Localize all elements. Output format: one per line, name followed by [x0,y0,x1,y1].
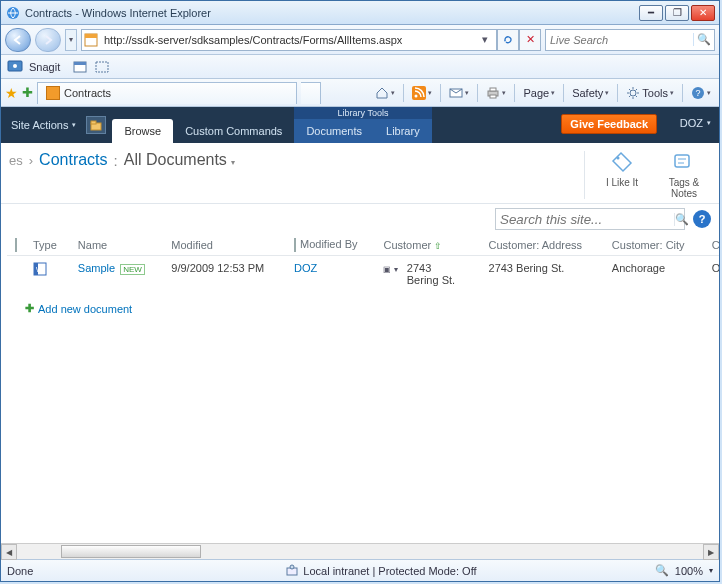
browser-search-input[interactable] [546,34,693,46]
separator [617,84,618,102]
gear-icon [626,86,640,100]
col-type[interactable]: Type [25,234,70,256]
snagit-icon [7,59,23,75]
col-customer-extra[interactable]: Custom [704,234,719,256]
nav-history-dropdown[interactable]: ▾ [65,29,77,51]
search-row: 🔍 ? [1,204,719,234]
snagit-window-icon[interactable] [72,59,88,75]
page-menu[interactable]: Page▾ [519,82,559,104]
horizontal-scrollbar[interactable]: ◀ ▶ [1,543,719,559]
back-button[interactable] [5,28,31,52]
mail-button[interactable]: ▾ [445,82,473,104]
give-feedback-button[interactable]: Give Feedback [561,114,657,134]
tag-like-icon [610,151,634,175]
browser-tab-active[interactable]: Contracts [37,82,297,104]
site-actions-menu[interactable]: Site Actions ▾ [1,119,86,131]
forward-button[interactable] [35,28,61,52]
user-menu[interactable]: DOZ ▾ [680,117,711,129]
doc-name-link[interactable]: Sample [78,262,115,274]
close-button[interactable]: ✕ [691,5,715,21]
cell-modified-by[interactable]: DOZ [294,262,317,274]
tags-notes-button[interactable]: Tags & Notes [657,151,711,199]
scroll-thumb[interactable] [61,545,201,558]
tags-notes-icon [672,151,696,175]
rss-icon [412,86,426,100]
sort-asc-icon: ⇧ [434,241,442,251]
browser-search-box[interactable]: 🔍 [545,29,715,51]
window-title: Contracts - Windows Internet Explorer [25,7,639,19]
document-list-wrap: Type Name Modified Modified By Customer … [1,234,719,543]
url-input[interactable] [102,33,472,47]
col-customer-address[interactable]: Customer: Address [481,234,604,256]
cell-customer-city: Anchorage [604,256,704,293]
help-button[interactable]: ?▾ [687,82,715,104]
url-bar[interactable]: ▾ [81,29,497,51]
help-icon: ? [691,86,705,100]
svg-rect-20 [675,155,689,167]
col-customer[interactable]: Customer ⇧ [375,234,480,256]
col-modified-by[interactable]: Modified By [286,234,375,256]
mail-icon [449,86,463,100]
zoom-in-icon[interactable]: 🔍 [655,564,669,577]
stop-button[interactable]: ✕ [519,29,541,51]
table-header-row: Type Name Modified Modified By Customer … [7,234,719,256]
crumb-colon: : [114,152,118,169]
add-to-favorites-icon[interactable]: ✚ [22,85,33,100]
ribbon-tab-custom[interactable]: Custom Commands [173,119,294,143]
snagit-region-icon[interactable] [94,59,110,75]
ribbon-tab-documents[interactable]: Documents [294,119,374,143]
ie-icon [5,5,21,21]
breadcrumb: es › Contracts : All Documents ▾ [9,151,584,169]
print-button[interactable]: ▾ [482,82,510,104]
site-search-input[interactable] [496,212,674,227]
feeds-button[interactable]: ▾ [408,82,436,104]
view-selector[interactable]: All Documents ▾ [124,151,236,169]
chevron-right-icon: › [29,153,33,168]
snagit-label[interactable]: Snagit [29,61,60,73]
refresh-button[interactable] [497,29,519,51]
new-tab-button[interactable] [301,82,321,104]
navigate-up-button[interactable] [86,116,106,134]
tab-favicon-icon [46,86,60,100]
sharepoint-help-button[interactable]: ? [693,210,711,228]
browser-window: Contracts - Windows Internet Explorer ━ … [0,0,720,582]
page-menu-label: Page [523,87,549,99]
ribbon-tab-library[interactable]: Library [374,119,432,143]
safety-menu[interactable]: Safety▾ [568,82,613,104]
home-button[interactable]: ▾ [371,82,399,104]
add-new-document-link[interactable]: ✚ Add new document [7,292,719,325]
browser-search-go[interactable]: 🔍 [693,33,714,46]
i-like-it-button[interactable]: I Like It [595,151,649,199]
tools-menu-label: Tools [642,87,668,99]
tools-menu[interactable]: Tools▾ [622,82,678,104]
ribbon-tab-browse[interactable]: Browse [112,119,173,143]
col-customer-city[interactable]: Customer: City [604,234,704,256]
maximize-button[interactable]: ❐ [665,5,689,21]
url-dropdown[interactable]: ▾ [476,33,494,46]
print-icon [486,86,500,100]
site-search-go-button[interactable]: 🔍 [674,213,689,226]
select-all-checkbox[interactable] [15,238,17,252]
lookup-dropdown-icon[interactable]: ▣ ▾ [383,265,397,274]
site-search-box[interactable]: 🔍 [495,208,685,230]
scroll-left-button[interactable]: ◀ [1,544,17,560]
svg-text:?: ? [695,88,700,98]
table-row[interactable]: W Sample NEW 9/9/2009 12:53 PM DOZ ▣ ▾ 2… [7,256,719,293]
col-modified[interactable]: Modified [163,234,286,256]
crumb-prefix: es [9,153,23,168]
zoom-dropdown[interactable]: ▾ [709,566,713,575]
scroll-right-button[interactable]: ▶ [703,544,719,560]
svg-rect-18 [91,121,96,124]
plus-icon: ✚ [25,302,34,315]
svg-rect-2 [85,34,97,38]
crumb-library[interactable]: Contracts [39,151,107,169]
cell-customer-address: 2743 Bering St. [481,256,604,293]
favorites-star-icon[interactable]: ★ [5,85,18,101]
zoom-level[interactable]: 100% [675,565,703,577]
nav-bar: ▾ ▾ ✕ 🔍 [1,25,719,55]
minimize-button[interactable]: ━ [639,5,663,21]
filter-icon [294,238,296,252]
sharepoint-page-icon [84,33,98,47]
col-name[interactable]: Name [70,234,163,256]
status-left: Done [7,565,107,577]
